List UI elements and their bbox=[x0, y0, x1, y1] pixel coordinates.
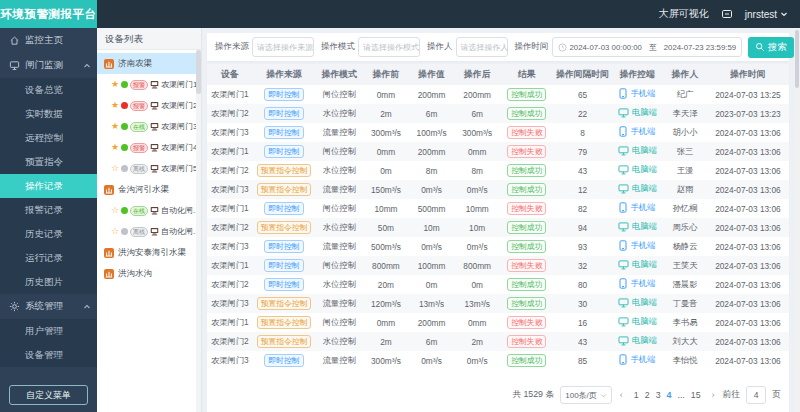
clock-icon bbox=[558, 43, 567, 52]
page-size-select[interactable]: 100条/页 bbox=[560, 386, 612, 404]
device-panel-scrollbar[interactable] bbox=[196, 50, 201, 412]
big-screen-link[interactable]: 大屏可视化 bbox=[659, 7, 709, 21]
tree-group-济南农渠[interactable]: 济南农渠 bbox=[97, 53, 201, 74]
status-badge: 离线 bbox=[130, 227, 148, 237]
chevron-down-icon bbox=[600, 392, 607, 399]
device-icon bbox=[150, 164, 159, 173]
phone-icon bbox=[619, 278, 627, 289]
monitor-icon bbox=[618, 108, 629, 118]
tree-device-农渠闸门3[interactable]: ★在线农渠闸门3 bbox=[97, 116, 201, 137]
favorite-star-icon[interactable]: ★ bbox=[111, 122, 119, 131]
tree-device-自动化闸..[interactable]: ☆离线自动化闸.. bbox=[97, 221, 201, 242]
filter-operator-select[interactable]: 请选择操作人 bbox=[456, 37, 508, 57]
favorite-star-icon[interactable]: ★ bbox=[111, 143, 119, 152]
sidebar-item-历史记录[interactable]: 历史记录 bbox=[0, 222, 97, 246]
cell-source: 预置指令控制 bbox=[253, 294, 316, 313]
time-range-input[interactable]: 2024-07-03 00:00:00 至 2024-07-23 23:59:5… bbox=[552, 37, 743, 57]
filter-source-label: 操作来源 bbox=[215, 41, 249, 53]
page-button-15[interactable]: 15 bbox=[688, 390, 704, 400]
page-button-1[interactable]: 1 bbox=[631, 390, 642, 400]
page-button-2[interactable]: 2 bbox=[642, 390, 653, 400]
sidebar-group-label: 系统管理 bbox=[25, 300, 63, 313]
cell-result: 控制失败 bbox=[500, 142, 554, 161]
terminal-indicator: 电脑端 bbox=[618, 164, 657, 175]
favorite-star-icon[interactable]: ★ bbox=[111, 101, 119, 110]
cell-operator: 纪广 bbox=[663, 85, 707, 104]
cell-before: 20m bbox=[363, 275, 409, 294]
cell-device: 农渠闸门2 bbox=[207, 104, 253, 123]
prev-page-button[interactable]: ‹ bbox=[618, 390, 625, 400]
search-button[interactable]: 搜索 bbox=[748, 37, 794, 58]
sidebar-item-用户管理[interactable]: 用户管理 bbox=[0, 319, 97, 343]
status-dot bbox=[121, 102, 128, 109]
tree-group-金沟河引水渠[interactable]: 金沟河引水渠 bbox=[97, 179, 201, 200]
tree-group-洪沟水沟[interactable]: 洪沟水沟 bbox=[97, 263, 201, 284]
goto-page-input[interactable]: 4 bbox=[746, 386, 766, 404]
status-badge: 报警 bbox=[130, 101, 148, 111]
favorite-star-icon[interactable]: ☆ bbox=[111, 227, 119, 236]
cell-result: 控制失败 bbox=[500, 256, 554, 275]
sidebar-item-实时数据[interactable]: 实时数据 bbox=[0, 102, 97, 126]
sidebar-item-设备管理[interactable]: 设备管理 bbox=[0, 343, 97, 367]
tree-device-农渠闸门1[interactable]: ★报警农渠闸门1 bbox=[97, 74, 201, 95]
cell-terminal: 手机端 bbox=[612, 275, 664, 294]
favorite-star-icon[interactable]: ☆ bbox=[111, 164, 119, 173]
custom-menu-button[interactable]: 自定义菜单 bbox=[9, 385, 88, 405]
sidebar-group-system[interactable]: 系统管理 bbox=[0, 294, 97, 319]
cell-device: 农渠闸门2 bbox=[207, 275, 253, 294]
device-panel: 设备列表 济南农渠★报警农渠闸门1★报警农渠闸门2★在线农渠闸门3★报警农渠闸门… bbox=[97, 28, 202, 412]
filter-mode-select[interactable]: 请选择操作模式 bbox=[358, 37, 420, 57]
column-header-操作时间: 操作时间 bbox=[707, 64, 789, 85]
source-badge: 即时控制 bbox=[264, 202, 303, 215]
favorite-star-icon[interactable]: ★ bbox=[111, 80, 119, 89]
cell-interval: 80 bbox=[554, 275, 612, 294]
cell-time: 2024-07-03 13:06 bbox=[707, 294, 789, 313]
tree-device-自动化闸..[interactable]: ☆在线自动化闸.. bbox=[97, 200, 201, 221]
cell-time: 2023-07-03 13:23 bbox=[707, 104, 789, 123]
terminal-indicator: 电脑端 bbox=[618, 259, 657, 270]
filter-source-select[interactable]: 请选择操作来源 bbox=[252, 37, 314, 57]
terminal-indicator: 电脑端 bbox=[618, 297, 657, 308]
device-name: 农渠闸门5 bbox=[161, 163, 197, 174]
cell-before: 2m bbox=[363, 332, 409, 351]
sidebar-group-gate-monitor[interactable]: 闸门监测 bbox=[0, 53, 97, 78]
cell-before: 800mm bbox=[363, 256, 409, 275]
page-button-4[interactable]: 4 bbox=[664, 390, 675, 400]
cell-result: 控制失败 bbox=[500, 123, 554, 142]
sidebar-item-预置指令[interactable]: 预置指令 bbox=[0, 150, 97, 174]
source-badge: 即时控制 bbox=[264, 259, 303, 272]
user-menu[interactable]: jnrstest bbox=[745, 9, 788, 20]
sidebar-item-home[interactable]: 监控主页 bbox=[0, 28, 97, 53]
tree-group-洪沟安泰海引水渠[interactable]: 洪沟安泰海引水渠 bbox=[97, 242, 201, 263]
next-page-button[interactable]: › bbox=[710, 390, 717, 400]
terminal-label: 手机端 bbox=[630, 278, 655, 289]
monitor-icon bbox=[618, 317, 629, 327]
cell-interval: 94 bbox=[554, 218, 612, 237]
tree-group-label: 洪沟水沟 bbox=[118, 268, 152, 280]
username: jnrstest bbox=[745, 9, 777, 20]
gate-group-icon bbox=[104, 269, 114, 279]
sidebar-item-设备总览[interactable]: 设备总览 bbox=[0, 78, 97, 102]
page-button-3[interactable]: 3 bbox=[653, 390, 664, 400]
tree-device-农渠闸门2[interactable]: ★报警农渠闸门2 bbox=[97, 95, 201, 116]
tree-device-农渠闸门4[interactable]: ★报警农渠闸门4 bbox=[97, 137, 201, 158]
message-icon[interactable] bbox=[721, 8, 733, 20]
cell-operator: 王笑天 bbox=[663, 256, 707, 275]
terminal-label: 电脑端 bbox=[632, 297, 657, 308]
sidebar-item-远程控制[interactable]: 远程控制 bbox=[0, 126, 97, 150]
page-numbers: 1234...15 bbox=[631, 390, 704, 400]
table-row: 农渠闸门2即时控制水位控制20m0m0m控制成功80手机端潘晨影2024-07-… bbox=[207, 275, 789, 294]
source-badge: 即时控制 bbox=[264, 240, 303, 253]
window-scrollbar[interactable] bbox=[794, 28, 800, 412]
favorite-star-icon[interactable]: ☆ bbox=[111, 206, 119, 215]
sidebar-item-运行记录[interactable]: 运行记录 bbox=[0, 246, 97, 270]
sidebar-item-报警记录[interactable]: 报警记录 bbox=[0, 198, 97, 222]
tree-device-农渠闸门5[interactable]: ☆离线农渠闸门5 bbox=[97, 158, 201, 179]
sidebar-item-操作记录[interactable]: 操作记录 bbox=[0, 174, 97, 198]
sidebar-item-历史图片[interactable]: 历史图片 bbox=[0, 270, 97, 294]
main-content: 操作来源 请选择操作来源 操作模式 请选择操作模式 操作人 请选择操作人 操作时… bbox=[202, 28, 794, 412]
cell-value: 0m³/s bbox=[409, 351, 455, 370]
table-row: 农渠闸门1即时控制闸位控制0mm200mm200mm控制成功65手机端纪广202… bbox=[207, 85, 789, 104]
cell-time: 2024-07-03 13:06 bbox=[707, 332, 789, 351]
cell-mode: 闸位控制 bbox=[315, 85, 363, 104]
